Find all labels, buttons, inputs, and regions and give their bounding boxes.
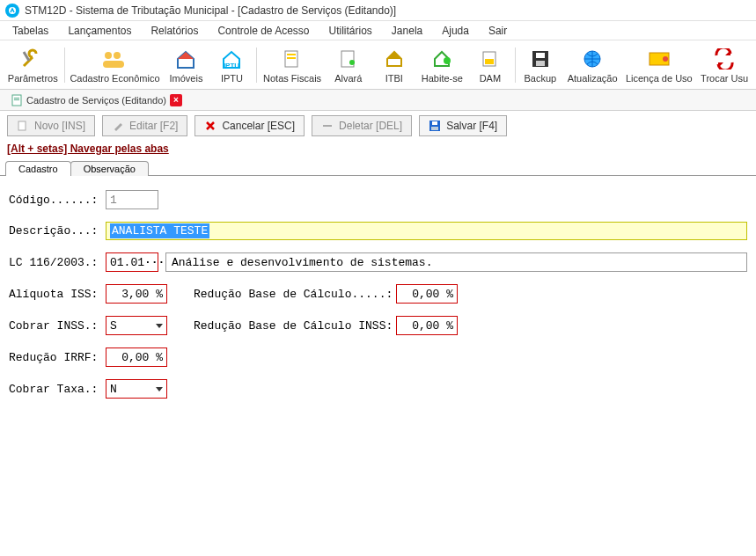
svg-rect-22 [18,121,26,130]
deletar-button[interactable]: Deletar [DEL] [312,115,412,136]
aliquota-field[interactable]: 3,00 % [106,284,167,304]
svg-point-10 [444,57,451,64]
svg-rect-7 [287,57,296,59]
chevron-down-icon [156,387,163,391]
svg-rect-6 [287,54,296,55]
menu-bar: Tabelas Lançamentos Relatórios Controle … [0,21,756,40]
separator [256,48,257,83]
svg-point-18 [663,56,668,62]
delete-icon [321,120,334,132]
menu-relatorios[interactable]: Relatórios [143,23,205,39]
reducao-base-field[interactable]: 0,00 % [396,284,458,304]
label-reducao-irrf: Redução IRRF: [9,351,106,364]
tool-cadastro-economico[interactable]: Cadastro Econômico [67,41,164,89]
wrench-icon [18,47,47,71]
svg-rect-3 [103,61,124,68]
label-lc: LC 116/2003.: [9,256,106,269]
svg-rect-14 [536,53,545,58]
tool-habite-se[interactable]: Habite-se [417,41,467,89]
iptu-icon: IPTU [217,47,246,71]
reducao-base-inss-field[interactable]: 0,00 % [396,316,458,335]
label-descricao: Descrição...: [9,224,106,238]
reducao-irrf-field[interactable]: 0,00 % [106,348,167,367]
descricao-field[interactable]: ANALISTA TESTE [106,222,747,240]
label-aliquota: Alíquota ISS: [9,288,106,301]
document-tab-label: Cadastro de Serviços (Editando) [26,95,166,106]
svg-rect-15 [536,61,545,66]
tool-imoveis[interactable]: Imóveis [163,41,209,89]
menu-janela[interactable]: Janela [385,23,429,39]
label-reducao-base-inss: Redução Base de Cálculo INSS: [194,319,396,333]
svg-rect-26 [431,127,438,130]
separator [64,48,65,83]
document-icon [11,94,23,106]
label-cobrar-inss: Cobrar INSS.: [9,319,106,333]
document-tab-strip: Cadastro de Serviços (Editando) × [0,90,756,111]
menu-tabelas[interactable]: Tabelas [5,23,55,39]
cancel-icon [204,120,217,132]
tab-observacao[interactable]: Observação [70,161,149,176]
tool-iptu[interactable]: IPTU IPTU [209,41,254,89]
tool-parametros[interactable]: Parâmetros [4,41,62,89]
house-icon [172,47,200,71]
house2-icon [380,47,408,71]
tool-trocar-usuario[interactable]: Trocar Usu [696,41,752,89]
cancelar-button[interactable]: Cancelar [ESC] [195,115,305,136]
tool-dam[interactable]: DAM [467,41,513,89]
cert-icon [334,47,363,71]
lc-description: Análise e desenvolvimento de sistemas. [165,252,747,272]
navigation-hint: [Alt + setas] Navegar pelas abas [0,141,756,157]
svg-point-2 [114,52,121,59]
lookup-icon[interactable]: ··· [144,256,165,269]
edit-icon [112,120,124,132]
tool-notas-fiscais[interactable]: Notas Fiscais [259,41,325,89]
window-title: STM12D - Sistema de Tributação Municipal… [25,4,396,17]
new-icon [17,120,29,132]
menu-utilitarios[interactable]: Utilitários [322,23,379,39]
editar-button[interactable]: Editar [F2] [102,115,187,136]
group-icon [100,47,128,71]
habite-icon [428,47,456,71]
novo-button[interactable]: Novo [INS] [7,115,95,136]
svg-rect-21 [14,99,19,100]
codigo-field[interactable] [106,190,158,209]
svg-rect-20 [14,98,19,99]
globe-icon [578,47,606,71]
tab-cadastro[interactable]: Cadastro [5,161,71,176]
menu-lancamentos[interactable]: Lançamentos [61,23,138,39]
svg-point-9 [349,60,355,65]
menu-controle-acesso[interactable]: Controle de Acesso [210,23,316,39]
menu-ajuda[interactable]: Ajuda [435,23,476,39]
tab-strip: Cadastro Observação [0,157,756,176]
action-bar: Novo [INS] Editar [F2] Cancelar [ESC] De… [0,111,756,141]
chevron-down-icon [156,324,163,328]
label-reducao-base: Redução Base de Cálculo.....: [194,288,396,301]
document-tab[interactable]: Cadastro de Serviços (Editando) × [4,92,189,108]
svg-rect-12 [485,59,494,64]
tool-alvara[interactable]: Alvará [326,41,371,89]
license-icon [645,47,673,71]
menu-sair[interactable]: Sair [481,23,514,39]
swap-icon [710,47,738,71]
note-icon [278,47,306,71]
label-cobrar-taxa: Cobrar Taxa.: [9,383,106,396]
tool-licenca[interactable]: Licença de Uso [621,41,696,89]
svg-text:IPTU: IPTU [224,62,239,70]
tool-backup[interactable]: Backup [517,41,563,89]
tool-itbi[interactable]: ITBI [371,41,417,89]
cobrar-inss-select[interactable]: S [106,316,167,335]
lc-code-field[interactable]: 01.01 ··· [106,252,158,272]
close-icon[interactable]: × [170,94,182,106]
salvar-button[interactable]: Salvar [F4] [419,115,507,136]
tool-atualizacao[interactable]: Atualização [563,41,622,89]
cobrar-taxa-select[interactable]: N [106,379,167,399]
app-icon [5,4,19,18]
save-icon [526,47,554,71]
dam-icon [476,47,504,71]
svg-rect-23 [323,125,332,127]
label-codigo: Código......: [9,194,106,207]
form-cadastro: Código......: Descrição...: ANALISTA TES… [0,176,756,425]
svg-point-1 [105,52,112,59]
svg-rect-25 [432,121,437,125]
main-toolbar: Parâmetros Cadastro Econômico Imóveis IP… [0,40,756,90]
